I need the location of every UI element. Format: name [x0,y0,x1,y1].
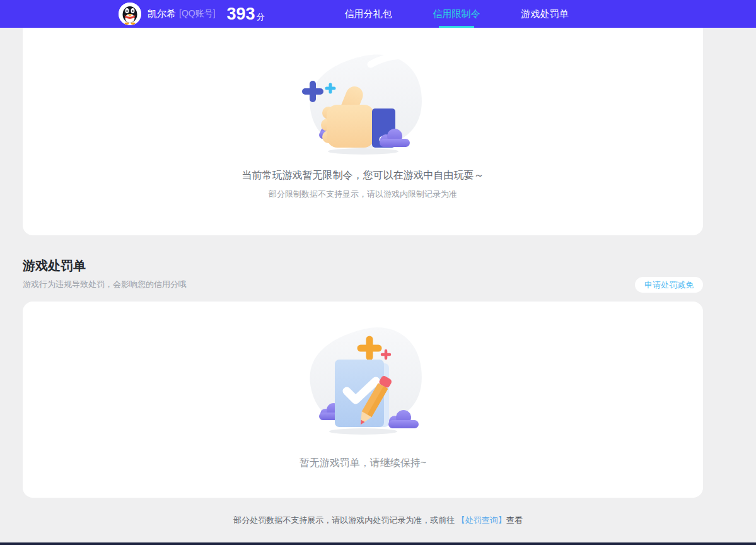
penalty-section-subtitle: 游戏行为违规导致处罚，会影响您的信用分哦 [23,279,703,290]
footer-note: 部分处罚数据不支持展示，请以游戏内处罚记录为准，或前往 【处罚查询】查看 [0,515,756,526]
account-type-label: [QQ账号] [179,8,216,20]
tab-credit-restriction[interactable]: 信用限制令 [412,0,501,28]
avatar[interactable] [119,3,141,25]
footer-note-suffix: 查看 [506,515,523,525]
restriction-card: 当前常玩游戏暂无限制令，您可以在游戏中自由玩耍～ 部分限制数据不支持显示，请以游… [23,28,703,235]
top-nav: 信用分礼包 信用限制令 游戏处罚单 [324,0,589,28]
restriction-message: 当前常玩游戏暂无限制令，您可以在游戏中自由玩耍～ [23,169,703,182]
credit-score: 393 分 [227,4,265,24]
qq-penguin-icon [119,3,141,25]
top-bar: 凯尔希 [QQ账号] 393 分 信用分礼包 信用限制令 游戏处罚单 [0,0,756,28]
penalty-empty-message: 暂无游戏罚单，请继续保持~ [23,457,703,470]
apply-penalty-relief-button[interactable]: 申请处罚减免 [635,277,703,293]
penalty-query-link[interactable]: 【处罚查询】 [457,515,506,525]
footer-note-prefix: 部分处罚数据不支持展示，请以游戏内处罚记录为准，或前往 [233,515,457,525]
dark-footer-strip [0,542,756,545]
folder-check-pencil-illustration [300,320,426,439]
credit-score-value: 393 [227,4,255,24]
user-name: 凯尔希 [148,8,176,20]
penalty-section-title: 游戏处罚单 [23,257,703,274]
restriction-note: 部分限制数据不支持显示，请以游戏内限制记录为准 [23,189,703,200]
credit-score-unit: 分 [257,11,265,23]
tab-game-penalty[interactable]: 游戏处罚单 [501,0,589,28]
user-area: 凯尔希 [QQ账号] 393 分 [119,0,265,28]
penalty-section-head: 游戏处罚单 游戏行为违规导致处罚，会影响您的信用分哦 申请处罚减免 [23,257,703,290]
thumbs-up-illustration [300,50,426,159]
tab-credit-gift[interactable]: 信用分礼包 [324,0,412,28]
penalty-card: 暂无游戏罚单，请继续保持~ [23,302,703,498]
